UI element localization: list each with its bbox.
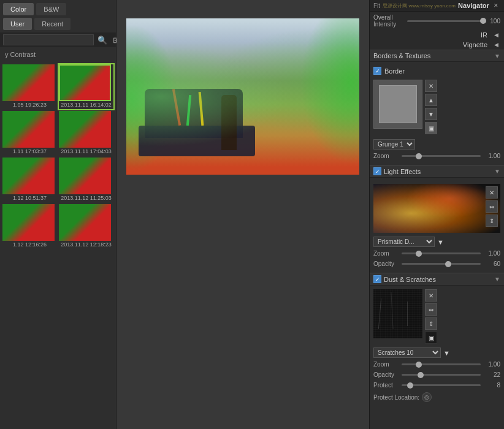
border-ctrl-x[interactable]: ✕ <box>425 80 437 92</box>
dust-zoom-slider[interactable] <box>402 363 481 365</box>
search-icon[interactable]: 🔍 <box>96 35 109 45</box>
dust-ctrl-edit[interactable]: ▣ <box>425 332 437 344</box>
border-zoom-value: 1.00 <box>484 153 500 159</box>
dust-opacity-slider[interactable] <box>402 374 481 376</box>
list-item[interactable]: 2013.11.11 17:04:03 <box>59 111 113 156</box>
light-preset-arrow-icon: ▼ <box>437 238 444 246</box>
border-preview-box <box>373 80 422 129</box>
light-preset-select[interactable]: Prismatic D... <box>373 237 435 247</box>
border-checkbox[interactable]: ✓ <box>373 67 381 75</box>
list-item[interactable]: 1.11 17:03:37 <box>2 111 57 156</box>
dust-preset-row: Scratches 10 ▼ <box>373 346 500 359</box>
dust-scratches-checkbox[interactable]: ✓ <box>373 275 381 283</box>
borders-section: ✓ Border ✕ ▲ ▼ ▣ Grunge 1 Zoom 1.00 <box>370 62 504 165</box>
thumb-label: 1.12 12:16:26 <box>2 241 57 249</box>
dust-opacity-label: Opacity <box>373 371 398 378</box>
light-preview-overlay <box>373 184 500 233</box>
dust-ctrl-x[interactable]: ✕ <box>425 289 437 302</box>
dust-preset-arrow-icon: ▼ <box>443 349 450 357</box>
light-preview-container: ✕ ⇔ ⇕ <box>373 184 500 233</box>
thumb-label: 2013.11.12 11:25:03 <box>59 194 113 202</box>
protect-location-row: Protect Location: ◎ <box>373 390 500 404</box>
search-row: 🔍 ⊞ ≡ <box>0 32 116 47</box>
dust-preview <box>373 289 422 338</box>
protect-location-label: Protect Location: <box>373 394 419 401</box>
border-zoom-slider[interactable] <box>402 155 481 157</box>
dust-preview-container: ✕ ⇔ ⇕ ▣ <box>373 289 500 344</box>
tab-recent[interactable]: Recent <box>34 18 71 30</box>
light-opacity-slider[interactable] <box>402 263 481 265</box>
light-effects-arrow-icon: ▼ <box>494 168 500 175</box>
dust-zoom-label: Zoom <box>373 361 398 368</box>
dust-scratches-label: Dust & Scratches <box>384 276 436 283</box>
navigator-close-icon[interactable]: ✕ <box>492 2 500 9</box>
borders-section-header[interactable]: Borders & Textures ▼ <box>370 50 504 62</box>
dust-opacity-value: 22 <box>484 371 500 378</box>
dust-side-controls: ✕ ⇔ ⇕ ▣ <box>425 289 437 344</box>
border-checkbox-row: ✓ Border <box>373 66 500 76</box>
light-zoom-row: Zoom 1.00 <box>373 248 500 259</box>
dust-section: ✕ ⇔ ⇕ ▣ Scratches 10 ▼ Zoom 1.00 Opacity… <box>370 286 504 408</box>
ir-label: IR <box>481 31 487 39</box>
list-item[interactable]: 1.12 10:51:37 <box>2 158 57 202</box>
light-opacity-value: 60 <box>484 260 500 267</box>
dust-scratches-section-header[interactable]: ✓ Dust & Scratches ▼ <box>370 273 504 286</box>
ir-arrow-icon[interactable]: ◀ <box>492 31 500 39</box>
light-effects-checkbox[interactable]: ✓ <box>373 167 381 175</box>
light-effects-section: ✕ ⇔ ⇕ Prismatic D... ▼ Zoom 1.00 Opacity… <box>370 178 504 273</box>
light-zoom-slider[interactable] <box>402 252 481 254</box>
list-item[interactable]: 2013.11.11 16:14:02 <box>59 64 113 109</box>
border-ctrl-edit[interactable]: ▣ <box>425 122 437 134</box>
main-photo <box>126 18 359 175</box>
vignette-arrow-icon[interactable]: ◀ <box>492 41 500 48</box>
border-preview-inner <box>379 85 417 123</box>
grunge-select[interactable]: Grunge 1 <box>373 139 415 150</box>
dust-ctrl-arrows[interactable]: ⇔ <box>425 303 437 316</box>
overall-intensity-slider[interactable] <box>407 20 486 22</box>
thumbnail-section: 1.05 19:26:23 2013.11.11 16:14:02 1.11 1… <box>0 62 116 429</box>
protect-location-icon[interactable]: ◎ <box>422 392 432 402</box>
tab-user[interactable]: User <box>3 18 32 30</box>
border-label: Border <box>384 67 405 75</box>
protect-row: Protect 8 <box>373 380 500 390</box>
tab-bw[interactable]: B&W <box>36 3 66 15</box>
list-item[interactable]: 2013.11.12 11:25:03 <box>59 158 113 202</box>
navigator-title: Navigator <box>458 2 489 9</box>
tab-color[interactable]: Color <box>3 3 34 15</box>
list-item[interactable]: 1.05 19:26:23 <box>2 64 57 109</box>
protect-value: 8 <box>484 382 500 389</box>
light-zoom-label: Zoom <box>373 250 398 257</box>
dust-ctrl-updown[interactable]: ⇕ <box>425 317 437 330</box>
navigator-bar: Fit 思源设计网 www.missy yuan.com Navigator ✕ <box>370 0 504 12</box>
watermark: 思源设计网 www.missy yuan.com <box>383 3 456 9</box>
contrast-label: y Contrast <box>0 47 116 62</box>
border-ctrl-up[interactable]: ▲ <box>425 94 437 106</box>
border-ctrl-down[interactable]: ▼ <box>425 108 437 120</box>
search-input[interactable] <box>3 34 94 45</box>
border-zoom-row: Zoom 1.00 <box>373 151 500 161</box>
ir-row: IR ◀ <box>370 30 504 40</box>
list-item[interactable]: 2013.11.12 12:18:23 <box>59 204 113 249</box>
grunge-dropdown-row: Grunge 1 <box>373 138 500 151</box>
borders-arrow-icon: ▼ <box>494 53 500 59</box>
light-effects-section-header[interactable]: ✓ Light Effects ▼ <box>370 165 504 178</box>
light-preview <box>373 184 500 233</box>
border-preview-container: ✕ ▲ ▼ ▣ <box>373 80 500 134</box>
protect-slider[interactable] <box>402 384 481 386</box>
light-effects-label: Light Effects <box>384 168 421 175</box>
light-opacity-row: Opacity 60 <box>373 259 500 269</box>
dust-noise-overlay <box>373 289 422 338</box>
protect-label: Protect <box>373 382 398 389</box>
dust-preset-select[interactable]: Scratches 10 <box>373 347 441 358</box>
thumb-label: 1.05 19:26:23 <box>2 101 57 109</box>
left-sidebar: Color B&W User Recent 🔍 ⊞ ≡ y Contrast 1… <box>0 0 116 429</box>
user-recent-tabs: User Recent <box>0 15 116 32</box>
overall-intensity-row: Overall Intensity 100 <box>370 12 504 30</box>
color-bw-tabs: Color B&W <box>0 0 116 15</box>
thumb-grid: 1.05 19:26:23 2013.11.11 16:14:02 1.11 1… <box>2 64 113 249</box>
light-ctrl-arrows[interactable]: ⇔ <box>486 200 498 213</box>
light-ctrl-x[interactable]: ✕ <box>486 186 498 199</box>
light-ctrl-updown[interactable]: ⇕ <box>486 214 498 227</box>
list-item[interactable]: 1.12 12:16:26 <box>2 204 57 249</box>
vignette-label: Vignette <box>463 41 487 48</box>
